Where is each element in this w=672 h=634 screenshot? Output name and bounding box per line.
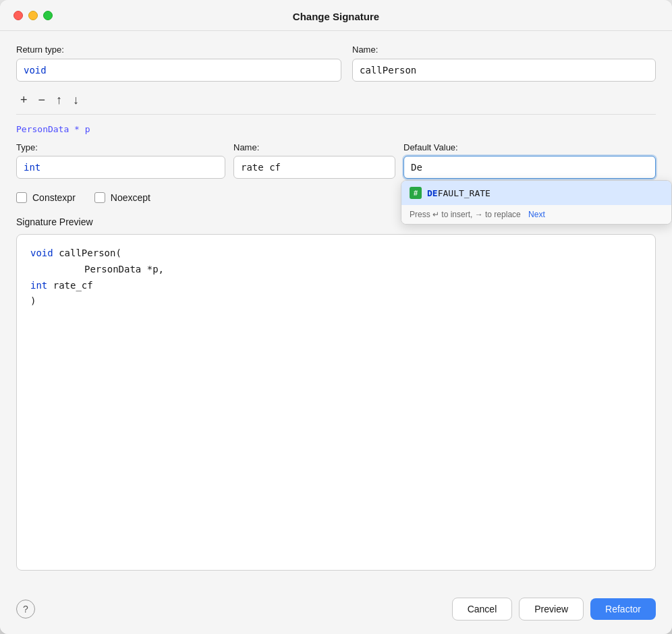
function-name-group: Name: <box>352 36 656 82</box>
close-button[interactable] <box>13 11 23 20</box>
preview-line1-rest: callPerson( <box>53 248 121 258</box>
noexcept-label: Noexcept <box>111 192 150 203</box>
param-type-group: Type: <box>16 142 225 179</box>
constexpr-label: Constexpr <box>32 192 76 203</box>
param-type-input[interactable] <box>16 156 225 179</box>
param-fields-row: Type: Name: Default Value: # DEFAULT_RAT… <box>16 142 656 179</box>
param-type-label: Type: <box>16 142 225 152</box>
maximize-button[interactable] <box>43 11 53 20</box>
autocomplete-dropdown: # DEFAULT_RATE Press ↵ to insert, → to r… <box>401 180 672 225</box>
return-name-row: Return type: Name: <box>16 36 656 82</box>
titlebar: Change Signature <box>0 0 672 30</box>
content-area: Return type: Name: + − ↑ ↓ PersonData * … <box>0 31 672 587</box>
function-name-input[interactable] <box>352 59 656 82</box>
move-down-button[interactable]: ↓ <box>69 91 83 109</box>
autocomplete-highlight: DE <box>427 188 438 198</box>
move-up-button[interactable]: ↑ <box>52 91 66 109</box>
preview-button[interactable]: Preview <box>519 598 584 621</box>
autocomplete-next-button[interactable]: Next <box>528 210 545 219</box>
preview-line-3: int rate_cf <box>30 278 642 294</box>
refactor-button[interactable]: Refactor <box>590 598 656 620</box>
param-name-label: Name: <box>233 142 395 152</box>
preview-line-1: void callPerson( <box>30 246 642 262</box>
dialog-title: Change Signature <box>293 11 379 22</box>
signature-preview-box: void callPerson( PersonData *p, int rate… <box>16 234 656 571</box>
remove-param-button[interactable]: − <box>34 91 50 109</box>
name-label: Name: <box>352 45 656 55</box>
noexcept-checkbox[interactable]: Noexcept <box>94 192 150 203</box>
autocomplete-item-text: DEFAULT_RATE <box>427 188 491 198</box>
cancel-button[interactable]: Cancel <box>452 598 513 621</box>
return-type-label: Return type: <box>16 45 341 55</box>
param-default-label: Default Value: <box>403 142 656 152</box>
change-signature-dialog: Change Signature Return type: Name: + − … <box>0 0 672 634</box>
param-default-input[interactable] <box>403 156 656 179</box>
preview-line3-rest: rate_cf <box>47 280 92 291</box>
autocomplete-rest: FAULT_RATE <box>438 188 491 198</box>
footer: ? Cancel Preview Refactor <box>0 587 672 634</box>
return-type-group: Return type: <box>16 36 341 82</box>
add-param-button[interactable]: + <box>16 91 32 109</box>
parameter-toolbar: + − ↑ ↓ <box>16 91 656 115</box>
constexpr-checkbox[interactable]: Constexpr <box>16 192 76 203</box>
footer-actions: Cancel Preview Refactor <box>452 598 656 621</box>
autocomplete-item[interactable]: # DEFAULT_RATE <box>401 181 671 205</box>
autocomplete-item-icon: # <box>410 187 422 199</box>
param-name-group: Name: <box>233 142 395 179</box>
return-type-input[interactable] <box>16 59 341 82</box>
param-header: PersonData * p <box>16 120 656 137</box>
param-default-group: Default Value: <box>403 142 656 179</box>
preview-kw-void: void <box>30 248 53 258</box>
traffic-lights <box>13 11 53 20</box>
noexcept-checkbox-box[interactable] <box>94 192 105 203</box>
minimize-button[interactable] <box>28 11 38 20</box>
preview-kw-int: int <box>30 280 47 291</box>
help-button[interactable]: ? <box>16 600 35 618</box>
autocomplete-hint-text: Press ↵ to insert, → to replace <box>410 210 521 219</box>
preview-line-4: ) <box>30 293 642 310</box>
preview-line-2: PersonData *p, <box>30 262 642 278</box>
param-name-input[interactable] <box>233 156 395 179</box>
constexpr-checkbox-box[interactable] <box>16 192 27 203</box>
autocomplete-hint: Press ↵ to insert, → to replace Next <box>401 205 671 224</box>
